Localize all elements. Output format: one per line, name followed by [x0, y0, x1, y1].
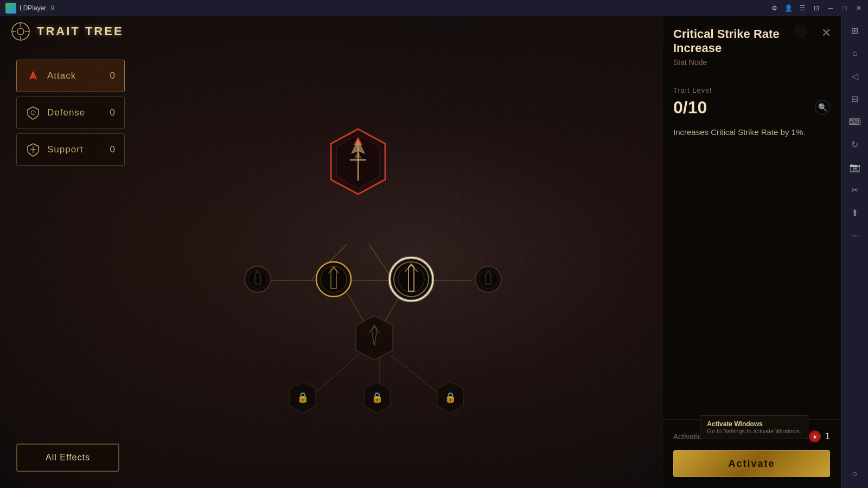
- ld-sidebar: ⊞ ⌂ ◁ ⊟ ⌨ ↻ 📷 ✂ ⬆ ⋯ ○: [841, 16, 868, 488]
- svg-point-9: [17, 28, 24, 35]
- ld-sidebar-circle-btn[interactable]: ○: [845, 464, 865, 484]
- tab-support[interactable]: Support 0: [16, 133, 125, 166]
- trait-level-value: 0/10: [673, 98, 707, 118]
- magnify-button[interactable]: 🔍: [815, 100, 830, 115]
- titlebar-app-name: LDPlayer: [20, 4, 46, 12]
- game-area: TRAIT TREE ♦ 2 ⬡ 30 ☺ 17,220 ○ ✕: [0, 16, 841, 488]
- svg-point-27: [398, 266, 424, 292]
- locked-node-center[interactable]: 🔒: [361, 380, 393, 417]
- trait-description: Increases Critical Strike Rate by 1%.: [673, 126, 830, 139]
- tab-attack[interactable]: Attack 0: [16, 60, 125, 92]
- ld-sidebar-scissors-btn[interactable]: ✂: [845, 180, 865, 200]
- titlebar-logo: LDPlayer 9: [0, 3, 60, 14]
- tab-attack-label: Attack: [47, 70, 76, 81]
- svg-line-1: [369, 244, 391, 277]
- ld-sidebar-more-btn[interactable]: ⋯: [845, 226, 865, 245]
- locked-node-left[interactable]: 🔒: [287, 380, 318, 417]
- titlebar-minimize-btn[interactable]: ─: [824, 2, 837, 15]
- ld-sidebar-back-btn[interactable]: ◁: [845, 66, 865, 86]
- tab-defense-label: Defense: [47, 107, 85, 118]
- activation-cost-value: 1: [825, 432, 830, 441]
- titlebar-menu-btn[interactable]: ☰: [796, 2, 809, 15]
- ld-sidebar-grid-btn[interactable]: ⊞: [845, 21, 865, 40]
- trait-tree-icon: [11, 22, 30, 41]
- titlebar-maximize-btn[interactable]: □: [838, 2, 851, 15]
- circle-node-left[interactable]: [315, 260, 353, 300]
- tab-defense[interactable]: Defense 0: [16, 97, 125, 129]
- defense-icon: [25, 105, 41, 120]
- svg-text:🔒: 🔒: [444, 391, 457, 403]
- tab-defense-count: 0: [110, 107, 116, 118]
- ld-sidebar-screenshot-btn[interactable]: 📷: [845, 157, 865, 177]
- svg-line-5: [312, 355, 358, 396]
- all-effects-label: All Effects: [46, 453, 90, 463]
- all-effects-button[interactable]: All Effects: [16, 444, 119, 472]
- titlebar-user-btn[interactable]: 👤: [782, 2, 795, 15]
- svg-point-30: [479, 270, 497, 288]
- node-panel-header: Critical Strike Rate Increase Stat Node …: [662, 16, 841, 75]
- circle-node-right[interactable]: [474, 265, 503, 296]
- titlebar-settings-btn[interactable]: ⚙: [768, 2, 781, 15]
- tab-support-label: Support: [47, 144, 84, 155]
- titlebar-version: 9: [50, 4, 54, 12]
- titlebar-controls: ⚙ 👤 ☰ ⊡ ─ □ ✕: [768, 2, 868, 15]
- circle-node-center[interactable]: [388, 256, 434, 304]
- category-tabs: Attack 0 Defense 0 Support 0: [16, 60, 125, 166]
- top-hex-node[interactable]: [326, 126, 391, 199]
- tab-support-count: 0: [110, 144, 116, 155]
- titlebar: LDPlayer 9 ⚙ 👤 ☰ ⊡ ─ □ ✕: [0, 0, 868, 16]
- svg-text:🔒: 🔒: [297, 391, 309, 403]
- locked-node-right[interactable]: 🔒: [435, 380, 466, 417]
- titlebar-close-btn[interactable]: ✕: [852, 2, 865, 15]
- trait-level-label: Trait Level: [673, 86, 830, 94]
- ld-sidebar-rotate-btn[interactable]: ↻: [845, 134, 865, 154]
- ld-sidebar-apps-btn[interactable]: ⊟: [845, 89, 865, 108]
- bottom-hex-node[interactable]: [353, 313, 396, 364]
- activation-cost-icon: ♦: [809, 431, 821, 442]
- node-panel-close-button[interactable]: ✕: [821, 26, 831, 40]
- titlebar-resize-btn[interactable]: ⊡: [810, 2, 823, 15]
- ld-sidebar-share-btn[interactable]: ⬆: [845, 203, 865, 222]
- ld-sidebar-keyboard-btn[interactable]: ⌨: [845, 112, 865, 131]
- node-panel-body: Trait Level 0/10 🔍 Increases Critical St…: [662, 75, 841, 419]
- svg-point-22: [248, 270, 267, 288]
- ld-sidebar-home-btn[interactable]: ⌂: [845, 43, 865, 63]
- ldplayer-icon: [5, 3, 16, 14]
- activate-button[interactable]: Activate: [673, 450, 830, 477]
- trait-tree-title-group: TRAIT TREE: [11, 22, 124, 41]
- circle-node-far-left[interactable]: [243, 265, 272, 296]
- svg-text:🔒: 🔒: [371, 391, 384, 403]
- node-info-panel: Critical Strike Rate Increase Stat Node …: [662, 16, 841, 488]
- windows-tooltip: Activate Windows Go to Settings to activ…: [700, 415, 808, 439]
- svg-point-14: [31, 111, 35, 115]
- node-panel-title: Critical Strike Rate Increase: [673, 27, 814, 56]
- attack-icon: [25, 68, 41, 84]
- trait-level-row: 0/10 🔍: [673, 98, 830, 118]
- windows-tooltip-title: Activate Windows: [707, 420, 801, 428]
- page-title: TRAIT TREE: [37, 24, 124, 38]
- windows-tooltip-subtitle: Go to Settings to activate Windows.: [707, 428, 801, 434]
- node-panel-subtitle: Stat Node: [673, 58, 830, 67]
- support-icon: [25, 142, 41, 157]
- svg-marker-31: [356, 316, 393, 360]
- tab-attack-count: 0: [110, 70, 116, 81]
